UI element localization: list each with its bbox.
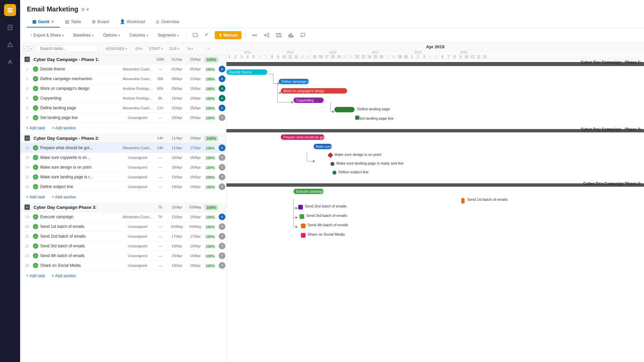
add-section-button-2[interactable]: + Add section — [50, 194, 78, 200]
tab-table[interactable]: ▤ Table — [60, 16, 87, 27]
task-start-9: 29/Apr — [168, 116, 186, 120]
task-check-3[interactable]: ✓ — [32, 86, 39, 91]
task-name-12[interactable]: Prepare what should be goi... — [39, 145, 122, 150]
gantt-bar-prepare[interactable]: Prepare what should be going live first — [281, 134, 324, 140]
task-check-13[interactable]: ✓ — [32, 155, 39, 160]
task-due-16: 19/Apr — [186, 185, 205, 189]
task-check-21[interactable]: ✓ — [32, 234, 39, 239]
col-header-start[interactable]: START ▾ — [147, 47, 165, 51]
section-start-3: 15/Apr — [168, 205, 186, 209]
undo-icon-button[interactable] — [203, 31, 212, 40]
share-icon-button[interactable] — [262, 31, 271, 40]
svg-rect-18 — [289, 35, 290, 37]
add-task-button-3[interactable]: + Add task — [24, 273, 47, 279]
task-check-9[interactable]: ✓ — [32, 115, 39, 120]
collapse-all-btn[interactable]: − — [23, 46, 28, 51]
task-name-21[interactable]: Send 2nd batch of emails — [39, 234, 122, 239]
task-name-2[interactable]: Define campaign mechanism — [39, 76, 122, 81]
add-section-button-3[interactable]: + Add section — [50, 273, 78, 279]
task-check-1[interactable]: ✓ — [32, 66, 39, 72]
task-num-23: 23 — [22, 254, 32, 258]
baselines-button[interactable]: Baselines ▾ — [70, 31, 97, 39]
task-name-23[interactable]: Send 4th batch of emails — [39, 253, 122, 258]
task-check-12[interactable]: ✓ — [32, 145, 39, 150]
gantt-bar-copywriting[interactable]: Copywriting — [293, 98, 324, 103]
options-button[interactable]: Options ▾ — [100, 31, 123, 39]
gantt-bar-campaign-design[interactable]: Work on campaign's design — [281, 88, 347, 94]
gantt-bar-execute[interactable]: Execute campaign — [293, 189, 324, 194]
task-name-3[interactable]: Work on campaign's design — [39, 86, 122, 91]
task-name-19[interactable]: Execute campaign — [39, 215, 122, 219]
sidebar-icon-doc[interactable] — [4, 21, 16, 34]
section-header-3[interactable]: − Cyber Day Campaign Phase 3: 7h 15/Apr … — [20, 202, 226, 212]
gantt-bar-landing-page[interactable] — [334, 107, 355, 112]
col-header-pct[interactable]: % ▾ — [183, 47, 197, 51]
task-name-1[interactable]: Decide theme — [39, 67, 122, 71]
gantt-bar-define-mechanism[interactable]: Define campaign mechanism — [279, 79, 309, 84]
columns-button[interactable]: Columns ▾ — [126, 31, 152, 39]
tab-gantt[interactable]: ▦ Gantt ★ — [27, 16, 60, 27]
section-header-2[interactable]: − Cyber Day Campaign - Phase 2: 14h 11/A… — [20, 133, 226, 143]
task-name-15[interactable]: Make sure landing page is r... — [39, 175, 122, 179]
segments-button[interactable]: Segments ▾ — [154, 31, 182, 39]
add-section-button-1[interactable]: + Add section — [50, 125, 78, 131]
add-task-button-2[interactable]: + Add task — [24, 194, 47, 200]
task-name-20[interactable]: Send 1st batch of emails — [39, 224, 122, 229]
task-row-23: 23 ✓ Send 4th batch of emails Unassigned… — [20, 251, 226, 261]
app-logo[interactable] — [4, 4, 16, 16]
task-check-4[interactable]: ✓ — [32, 96, 39, 101]
sidebar-icon-person[interactable] — [4, 56, 16, 68]
sidebar — [0, 0, 20, 362]
section-header-1[interactable]: − Cyber Day Campaign - Phase 1: 109h 01/… — [20, 55, 226, 64]
gantt-header: Apr 2019 W14 1 2 3 4 5 — [226, 43, 644, 59]
cloud-icon-button[interactable] — [191, 31, 200, 40]
task-name-9[interactable]: Set landing page live — [39, 115, 122, 120]
map-icon-button[interactable] — [274, 31, 283, 40]
section-collapse-2[interactable]: − — [24, 135, 30, 141]
tab-overview[interactable]: ◎ Overview — [150, 16, 184, 27]
task-check-15[interactable]: ✓ — [32, 174, 39, 180]
task-check-5[interactable]: + — [32, 105, 39, 111]
task-name-24[interactable]: Share on Social Media — [39, 263, 122, 268]
task-check-24[interactable]: ✓ — [32, 263, 39, 268]
task-check-20[interactable]: ✓ — [32, 224, 39, 229]
task-check-16[interactable]: ✓ — [32, 184, 39, 189]
section-collapse-3[interactable]: − — [24, 204, 30, 210]
task-check-19[interactable]: ✓ — [32, 214, 39, 220]
task-name-4[interactable]: Copywriting — [39, 96, 122, 101]
task-start-20: 03/May — [168, 225, 186, 229]
gantt-bar-label-prepare: Prepare what should be going live first — [283, 135, 340, 139]
task-name-14[interactable]: Make sure design is on point — [39, 165, 122, 170]
col-header-due[interactable]: DUE ▾ — [165, 47, 183, 51]
task-check-22[interactable]: ✓ — [32, 243, 39, 249]
task-pct-15: 100% — [205, 175, 216, 180]
workload-tab-icon: 👤 — [120, 19, 125, 24]
sidebar-icon-grad[interactable] — [4, 39, 16, 51]
search-input[interactable] — [37, 45, 99, 52]
expand-all-btn[interactable]: + — [29, 46, 34, 51]
section-eh-2: 14h — [153, 136, 168, 140]
gantt-back-button[interactable]: ← — [205, 46, 213, 51]
tab-workload[interactable]: 👤 Workload — [114, 16, 151, 27]
settings-icon[interactable]: ⚙ ▾ — [81, 7, 89, 12]
add-task-button-1[interactable]: + Add task — [24, 125, 47, 131]
col-header-assignee[interactable]: ASSIGNEE ▾ — [101, 47, 131, 51]
export-share-button[interactable]: ↑ Export & Share ▾ — [27, 31, 67, 39]
task-name-22[interactable]: Send 3rd batch of emails — [39, 244, 122, 248]
task-name-5[interactable]: Define landing page — [39, 106, 122, 110]
task-check-2[interactable]: ✓ — [32, 76, 39, 81]
task-name-13[interactable]: Make sure copywrite is on ... — [39, 155, 122, 160]
col-header-eh[interactable]: EH ▾ — [131, 47, 147, 51]
task-name-16[interactable]: Define subject line — [39, 184, 122, 189]
chart-icon-button[interactable] — [286, 31, 296, 40]
task-check-14[interactable]: ✓ — [32, 165, 39, 170]
task-check-23[interactable]: ✓ — [32, 253, 39, 258]
svg-marker-15 — [276, 33, 281, 37]
gantt-bar-copywrite[interactable]: Make sure copywrite is on point — [314, 144, 332, 149]
tab-board[interactable]: ⊞ Board — [87, 16, 114, 27]
section-collapse-1[interactable]: − — [24, 57, 30, 62]
comment-icon-button[interactable] — [298, 31, 308, 40]
manual-mode-button[interactable]: ⬇ Manual — [215, 31, 241, 39]
gantt-bar-decide-theme[interactable]: Decide theme — [226, 69, 267, 75]
dependency-icon-button[interactable] — [250, 31, 259, 40]
